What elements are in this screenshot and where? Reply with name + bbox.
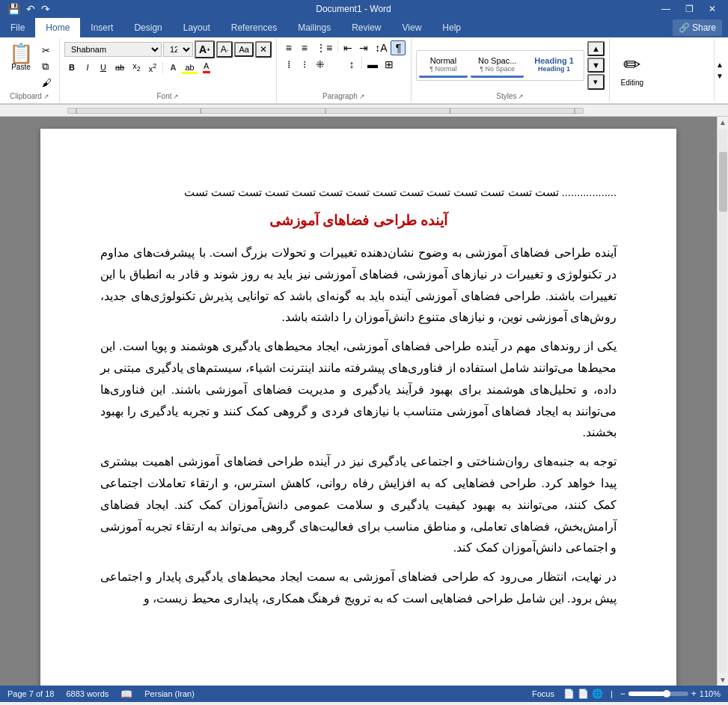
scroll-down-button[interactable]: ▼ <box>718 674 729 686</box>
bold-button[interactable]: B <box>64 60 79 75</box>
minimize-button[interactable]: — <box>655 2 676 16</box>
focus-button[interactable]: Focus <box>532 689 554 698</box>
numbering-button[interactable]: ≡ <box>297 40 312 55</box>
horizontal-ruler: ||||| <box>67 108 584 114</box>
font-family-select[interactable]: Shabnam <box>64 42 162 57</box>
vertical-scrollbar: ▲ ▼ <box>717 117 728 686</box>
multilevel-list-button[interactable]: ⋮≡ <box>313 40 335 55</box>
para-div1 <box>337 40 338 52</box>
style-heading1[interactable]: Heading 1 Heading 1 <box>527 53 581 78</box>
font-group: Shabnam 12 A+ A- Aa ✕ B I U ab x2 x2 <box>60 39 277 102</box>
pages-container[interactable]: .................. تست تست تست تست تست ت… <box>0 117 717 686</box>
format-painter-icon: 🖌 <box>42 77 52 88</box>
align-left-button[interactable]: ⁞ <box>281 57 296 72</box>
paragraph-expand-icon[interactable]: ↗ <box>359 93 365 100</box>
font-color-button[interactable]: A <box>199 60 214 75</box>
tab-insert[interactable]: Insert <box>80 18 123 37</box>
cut-button[interactable]: ✂ <box>39 43 55 58</box>
style-no-space[interactable]: No Spac... ¶ No Space <box>471 53 524 78</box>
scroll-track <box>719 129 727 673</box>
zoom-out-button[interactable]: − <box>620 689 625 699</box>
clear-formatting-button[interactable]: ✕ <box>255 41 272 58</box>
strikethrough-button[interactable]: ab <box>111 60 128 75</box>
font-grow-button[interactable]: A+ <box>195 40 215 58</box>
ribbon-tabs: File Home Insert Design Layout Reference… <box>0 18 728 37</box>
scroll-up-button[interactable]: ▲ <box>718 117 729 128</box>
ribbon-scroll-up[interactable]: ▲ <box>715 59 725 70</box>
subscript-button[interactable]: x2 <box>129 60 144 75</box>
status-right: Focus 📄 📄 🌐 | − + 110% <box>532 689 721 699</box>
styles-scroll-down[interactable]: ▼ <box>587 58 605 73</box>
save-button[interactable]: 💾 <box>6 1 22 16</box>
style-no-space-text: No Spac... <box>478 56 516 65</box>
page-content-1: .................. تست تست تست تست تست ت… <box>100 183 617 610</box>
view-mode-print[interactable]: 📄 <box>578 689 589 699</box>
change-case-button[interactable]: Aa <box>234 42 253 57</box>
zoom-handle[interactable] <box>663 690 670 698</box>
tab-help[interactable]: Help <box>432 18 471 37</box>
styles-label: Styles <box>496 92 516 100</box>
bullets-button[interactable]: ≡ <box>281 40 296 55</box>
close-button[interactable]: ✕ <box>703 2 722 16</box>
restore-button[interactable]: ❐ <box>679 2 700 16</box>
language[interactable]: Persian (Iran) <box>144 689 195 698</box>
styles-scroll-up[interactable]: ▲ <box>587 41 605 56</box>
tab-review[interactable]: Review <box>341 18 391 37</box>
share-button[interactable]: 🔗 Share <box>673 19 722 36</box>
document-title: Document1 - Word <box>55 4 652 14</box>
italic-button[interactable]: I <box>80 60 95 75</box>
zoom-level[interactable]: 110% <box>700 689 721 698</box>
font-expand-icon[interactable]: ↗ <box>173 93 179 100</box>
view-mode-web[interactable]: 🌐 <box>592 689 603 699</box>
paste-icon: 📋 <box>9 43 33 63</box>
font-size-select[interactable]: 12 <box>163 42 193 57</box>
paste-button[interactable]: 📋 Paste <box>4 40 37 90</box>
borders-button[interactable]: ⊞ <box>382 57 397 72</box>
highlight-button[interactable]: ab <box>181 60 198 75</box>
paragraph-1: آینده طراحی فضاهای آموزشی به وضوح نشان‌د… <box>100 242 617 329</box>
font-label: Font <box>156 92 171 100</box>
view-mode-read[interactable]: 📄 <box>563 689 575 699</box>
tab-view[interactable]: View <box>392 18 432 37</box>
page-top-continuation: .................. تست تست تست تست تست ت… <box>100 183 617 202</box>
underline-button[interactable]: U <box>96 60 111 75</box>
text-effects-button[interactable]: A <box>165 60 180 75</box>
tab-file[interactable]: File <box>0 18 35 37</box>
show-formatting-button[interactable]: ¶ <box>391 40 406 55</box>
para-div2 <box>361 57 362 69</box>
tab-home[interactable]: Home <box>35 18 80 37</box>
scroll-thumb[interactable] <box>719 152 727 212</box>
paragraph-4: در نهایت، انتظار می‌رود که طراحی فضاهای … <box>100 567 617 610</box>
sort-button[interactable]: ↕A <box>372 40 390 55</box>
styles-expand-icon[interactable]: ↗ <box>518 93 524 100</box>
tab-layout[interactable]: Layout <box>173 18 221 37</box>
redo-button[interactable]: ↷ <box>40 1 52 16</box>
document-area: ||||| .................. تست تست تست تست… <box>0 105 728 686</box>
copy-icon: ⧉ <box>42 61 49 73</box>
zoom-slider[interactable] <box>628 692 688 696</box>
center-button[interactable]: ⁝ <box>297 57 312 72</box>
page-info[interactable]: Page 7 of 18 <box>7 689 54 698</box>
format-painter-button[interactable]: 🖌 <box>39 76 55 90</box>
superscript-button[interactable]: x2 <box>145 60 161 75</box>
ribbon: File Home Insert Design Layout Reference… <box>0 18 728 105</box>
ribbon-scroll-down[interactable]: ▼ <box>715 70 725 82</box>
style-normal[interactable]: Normal ¶ Normal <box>419 53 468 78</box>
font-shrink-button[interactable]: A- <box>216 41 233 58</box>
styles-group: Normal ¶ Normal No Spac... ¶ No Space He… <box>412 39 610 102</box>
tab-references[interactable]: References <box>221 18 287 37</box>
styles-expand[interactable]: ▾ <box>587 74 605 90</box>
clipboard-expand-icon[interactable]: ↗ <box>43 93 49 100</box>
tab-design[interactable]: Design <box>123 18 172 37</box>
word-count[interactable]: 6883 words <box>66 689 108 698</box>
copy-button[interactable]: ⧉ <box>39 59 55 74</box>
shading-button[interactable]: ▬ <box>364 57 381 72</box>
tab-mailings[interactable]: Mailings <box>287 18 341 37</box>
increase-indent-button[interactable]: ⇥ <box>356 40 371 55</box>
decrease-indent-button[interactable]: ⇤ <box>340 40 355 55</box>
line-spacing-button[interactable]: ↕ <box>344 57 359 72</box>
undo-button[interactable]: ↶ <box>25 1 37 16</box>
align-right-button[interactable]: ⁜ <box>313 57 328 72</box>
zoom-in-button[interactable]: + <box>691 689 697 699</box>
justify-button[interactable]: ⁠ <box>328 57 343 72</box>
